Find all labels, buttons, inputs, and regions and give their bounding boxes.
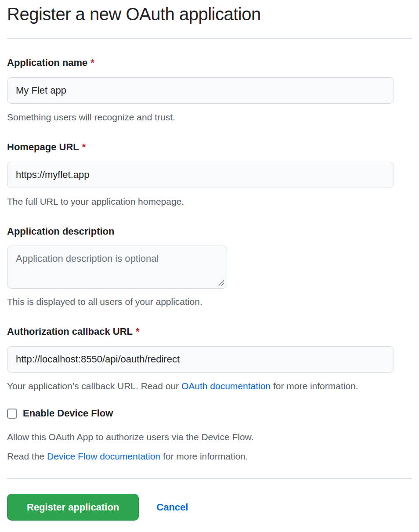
application-name-label-text: Application name (7, 57, 87, 68)
oauth-app-form: Application name* Something users will r… (7, 57, 412, 521)
cancel-link[interactable]: Cancel (156, 502, 188, 513)
device-flow-row: Enable Device Flow (7, 408, 412, 419)
required-asterisk: * (82, 141, 86, 152)
callback-url-label-text: Authorization callback URL (7, 326, 133, 337)
header-divider (7, 38, 412, 39)
required-asterisk: * (136, 326, 140, 337)
homepage-url-help: The full URL to your application homepag… (7, 196, 412, 207)
footer-divider (7, 478, 412, 479)
register-application-button[interactable]: Register application (7, 494, 139, 521)
device-flow-checkbox[interactable] (7, 409, 17, 419)
application-description-label-text: Application description (7, 226, 114, 237)
callback-url-help: Your application’s callback URL. Read ou… (7, 380, 412, 392)
homepage-url-input[interactable] (7, 162, 394, 188)
device-flow-label[interactable]: Enable Device Flow (23, 408, 113, 419)
callback-url-label: Authorization callback URL* (7, 326, 412, 337)
device-flow-documentation-link[interactable]: Device Flow documentation (47, 451, 160, 461)
callback-url-input[interactable] (7, 346, 394, 373)
homepage-url-label-text: Homepage URL (7, 141, 79, 152)
actions-row: Register application Cancel (7, 494, 412, 521)
device-flow-help: Allow this OAuth App to authorize users … (7, 431, 412, 443)
application-description-input[interactable] (7, 246, 227, 289)
application-description-label: Application description (7, 226, 412, 237)
callback-url-help-suffix: for more information. (271, 381, 358, 391)
page-title: Register a new OAuth application (7, 3, 412, 25)
callback-url-help-prefix: Your application’s callback URL. Read ou… (7, 381, 181, 391)
application-description-wrap (7, 246, 227, 289)
application-description-help: This is displayed to all users of your a… (7, 296, 412, 308)
device-flow-docs-suffix: for more information. (160, 451, 248, 461)
homepage-url-label: Homepage URL* (7, 141, 412, 153)
device-flow-docs: Read the Device Flow documentation for m… (7, 451, 412, 462)
required-asterisk: * (90, 57, 94, 68)
application-name-label: Application name* (7, 57, 412, 69)
application-name-input[interactable] (7, 77, 394, 104)
oauth-documentation-link[interactable]: OAuth documentation (181, 381, 271, 391)
application-name-help: Something users will recognize and trust… (7, 112, 412, 123)
device-flow-docs-prefix: Read the (7, 451, 47, 461)
